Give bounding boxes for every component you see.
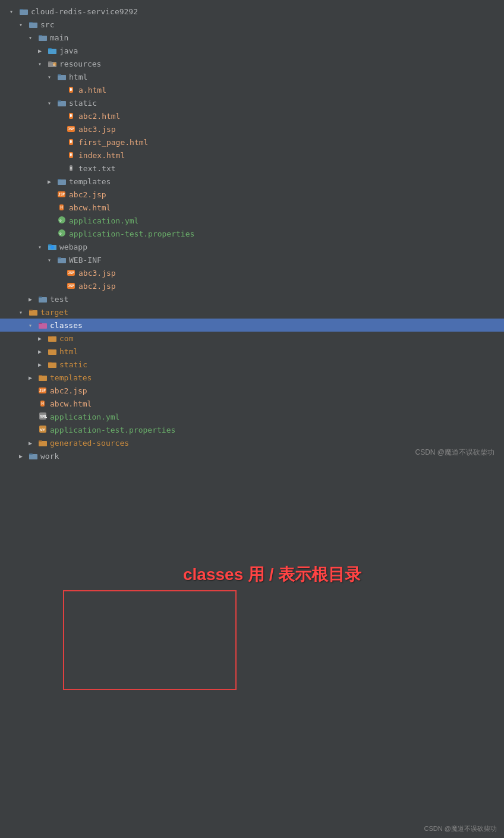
file-icon-a-html: H (67, 85, 76, 94)
tree-item-java[interactable]: ▶ java (0, 44, 504, 57)
tree-item-target-templates[interactable]: ▶ templates (0, 371, 504, 384)
folder-icon-test (38, 294, 48, 304)
tree-item-web-abc3-jsp[interactable]: ▶ JSP abc3.jsp (0, 266, 504, 279)
item-label-res-abc2-jsp: abc2.jsp (69, 190, 106, 199)
tree-item-res-abc2-jsp[interactable]: ▶ JSP abc2.jsp (0, 188, 504, 201)
arrow-webapp: ▾ (38, 244, 48, 250)
item-label-target-application-yml: application.yml (50, 412, 119, 421)
item-label-abc2-html: abc2.html (78, 112, 120, 121)
tree-item-web-abc2-jsp[interactable]: ▶ JSP abc2.jsp (0, 279, 504, 292)
folder-icon-templates (57, 177, 67, 186)
item-label-abc3-jsp: abc3.jsp (78, 125, 116, 134)
arrow-web-inf: ▾ (48, 257, 57, 263)
tree-item-res-abcw-html[interactable]: ▶ H abcw.html (0, 201, 504, 214)
tree-item-web-inf[interactable]: ▾ WEB-INF (0, 253, 504, 266)
arrow-classes: ▾ (29, 322, 38, 329)
item-label-webapp: webapp (59, 242, 87, 251)
svg-rect-35 (48, 349, 56, 355)
svg-rect-16 (58, 179, 66, 185)
folder-icon-webapp (48, 242, 57, 251)
item-label-first-page: first_page.html (78, 138, 148, 147)
svg-rect-7 (48, 48, 52, 49)
highlight-box (63, 590, 237, 690)
tree-item-static[interactable]: ▾ static (0, 96, 504, 109)
tree-item-first-page[interactable]: ▶ H first_page.html (0, 136, 504, 149)
arrow-java: ▶ (38, 48, 48, 54)
svg-rect-40 (39, 375, 42, 376)
tree-item-templates[interactable]: ▶ templates (0, 175, 504, 188)
item-label-templates: templates (69, 177, 111, 186)
tree-item-target[interactable]: ▾ target (0, 305, 504, 319)
arrow-work: ▶ (19, 453, 29, 459)
watermark-text: CSDN @魔道不误砍柴功 (415, 448, 494, 458)
tree-item-res-application-test[interactable]: ▶ ⚙ application-test.properties (0, 227, 504, 240)
svg-rect-38 (48, 362, 52, 363)
arrow-generated-sources: ▶ (29, 440, 38, 446)
arrow-classes-html: ▶ (38, 348, 48, 355)
folder-icon-html (57, 72, 67, 81)
tree-item-res-application-yml[interactable]: ▶ ⚙ application.yml (0, 214, 504, 227)
arrow-main: ▾ (29, 34, 38, 41)
tree-item-cloud-redis[interactable]: ▾ cloud-redis-service9292 (0, 5, 504, 18)
tree-item-resources[interactable]: ▾ R resources (0, 57, 504, 70)
file-icon-web-abc2-jsp: JSP (67, 281, 76, 291)
tree-item-index-html[interactable]: ▶ H index.html (0, 149, 504, 162)
folder-icon-generated-sources (38, 438, 48, 448)
folder-icon-main (38, 33, 48, 42)
item-label-target-abc2-jsp: abc2.jsp (50, 386, 87, 395)
item-label-web-abc3-jsp: abc3.jsp (78, 269, 116, 278)
tree-item-a-html[interactable]: ▶ H a.html (0, 83, 504, 96)
svg-rect-28 (39, 297, 42, 298)
tree-item-classes[interactable]: ▾ classes (0, 319, 504, 332)
folder-icon-work (29, 451, 38, 461)
item-label-cloud-redis: cloud-redis-service9292 (31, 7, 138, 16)
svg-rect-13 (58, 74, 61, 75)
svg-rect-2 (29, 23, 37, 28)
tree-item-html[interactable]: ▾ html (0, 70, 504, 83)
arrow-classes-static: ▶ (38, 361, 48, 368)
file-icon-target-abcw-html: H (38, 399, 48, 408)
item-label-res-abcw-html: abcw.html (69, 203, 111, 212)
tree-item-target-application-test[interactable]: ▶ APP application-test.properties (0, 423, 504, 436)
tree-item-src[interactable]: ▾ src (0, 18, 504, 31)
folder-icon-target-templates (38, 373, 48, 382)
tree-item-classes-static[interactable]: ▶ static (0, 358, 504, 371)
item-label-com: com (59, 334, 73, 343)
tree-item-target-application-yml[interactable]: ▶ YML application.yml (0, 410, 504, 423)
tree-item-target-abcw-html[interactable]: ▶ H abcw.html (0, 397, 504, 410)
svg-rect-36 (48, 349, 52, 350)
tree-item-text-txt[interactable]: ▶ ≡ text.txt (0, 162, 504, 175)
tree-item-com[interactable]: ▶ com (0, 332, 504, 345)
arrow-target: ▾ (19, 309, 29, 316)
item-label-resources: resources (59, 59, 101, 68)
file-tree: classes 用 / 表示根目录 CSDN @魔道不误砍柴功 ▾ cloud-… (0, 0, 504, 467)
item-label-web-abc2-jsp: abc2.jsp (78, 282, 116, 291)
tree-item-classes-html[interactable]: ▶ html (0, 345, 504, 358)
svg-rect-48 (29, 453, 33, 455)
tree-item-main[interactable]: ▾ main (0, 31, 504, 44)
file-icon-res-application-test: ⚙ (57, 229, 67, 238)
svg-rect-17 (58, 179, 61, 180)
svg-rect-25 (58, 258, 66, 263)
tree-item-abc3-jsp[interactable]: ▶ JSP abc3.jsp (0, 122, 504, 136)
item-label-target-application-test: application-test.properties (50, 426, 175, 434)
item-label-static: static (69, 99, 97, 108)
svg-rect-6 (48, 49, 56, 54)
annotation-label: classes 用 / 表示根目录 (183, 563, 361, 586)
folder-icon-static (57, 98, 67, 108)
tree-item-target-abc2-jsp[interactable]: ▶ JSP abc2.jsp (0, 384, 504, 397)
svg-rect-47 (29, 454, 37, 459)
svg-rect-3 (29, 22, 33, 23)
item-label-res-application-yml: application.yml (69, 216, 138, 225)
item-label-main: main (50, 33, 68, 42)
svg-rect-30 (29, 310, 33, 311)
tree-item-test[interactable]: ▶ test (0, 292, 504, 305)
folder-icon-src (29, 20, 38, 29)
tree-item-webapp[interactable]: ▾ webapp (0, 240, 504, 253)
svg-rect-1 (20, 9, 23, 10)
tree-item-abc2-html[interactable]: ▶ H abc2.html (0, 109, 504, 122)
svg-rect-14 (58, 101, 66, 106)
item-label-src: src (40, 20, 54, 29)
svg-rect-27 (39, 297, 47, 303)
svg-rect-33 (48, 336, 56, 342)
